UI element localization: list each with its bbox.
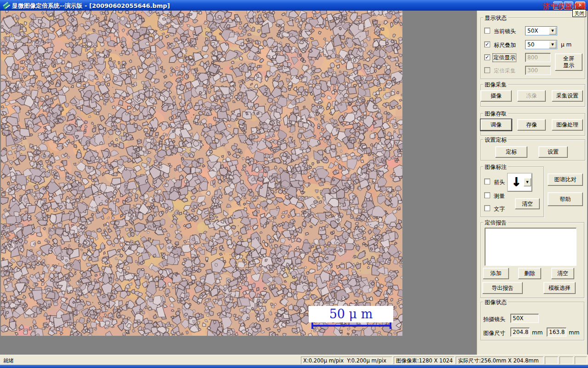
micrograph-image[interactable] [1,11,402,336]
status-extra-3 [575,356,587,364]
image-process-button[interactable]: 图像处理 [552,119,583,131]
capture-settings-button[interactable]: 采集设置 [552,90,583,102]
checkbox-measure[interactable] [484,192,490,198]
field-shoot-lens: 50X [510,314,539,323]
report-clear-button[interactable]: 清空 [551,268,574,279]
field-image-height: 163.8 [547,328,566,337]
label-scale-overlay: 标尺叠加 [494,41,516,49]
group-display-status-title: 显示状态 [483,14,508,22]
status-resolution: X:0.200μ m/pix Y:0.200μ m/pix [301,356,392,364]
window-bottom-border [0,365,588,368]
load-image-button[interactable]: 调像 [481,119,512,131]
fullscreen-button[interactable]: 全屏显示 [555,53,582,71]
shoot-button[interactable]: 摄像 [481,90,512,102]
label-width-unit: mm [532,329,543,336]
chevron-down-icon[interactable]: ▼ [524,178,531,186]
template-select-button[interactable]: 模板选择 [543,282,576,294]
checkbox-fixed-capture [484,67,490,73]
save-image-button[interactable]: 存像 [517,119,546,131]
label-arrow: 箭头 [494,178,505,186]
scale-bar-label: 50 μ m [309,306,393,322]
freeze-button: 冻像 [517,90,546,102]
checkbox-fixed-display[interactable]: ✓ [484,54,490,60]
group-image-status-title: 图像状态 [483,299,508,306]
status-actual-size: 实际尺寸:256.0mm X 204.8mm [456,356,543,364]
status-pixels: 图像像素:1280 X 1024 [394,356,454,364]
report-listbox[interactable] [485,228,577,266]
title-bar[interactable]: 显微图像定倍系统--演示版 - [20090602055646.bmp] _ ❐… [0,0,588,11]
input-fixed-capture: 300 [525,66,551,75]
group-image-capture-title: 图像采集 [483,81,508,89]
check-icon: ✓ [485,54,489,60]
chevron-down-icon[interactable]: ▼ [549,41,556,48]
status-ready: 就绪 [1,356,299,364]
field-image-width: 204.8 [510,328,530,337]
report-add-button[interactable]: 添加 [483,268,509,279]
status-extra-1 [545,356,558,364]
group-annotation-title: 图像标注 [483,163,508,171]
window-title: 显微图像定倍系统--演示版 - [20090602055646.bmp] [12,2,170,10]
label-height-unit: mm [569,329,579,336]
label-measure: 测量 [494,192,505,200]
combo-scale-value[interactable]: 50 ▼ [525,40,557,49]
report-delete-button[interactable]: 删除 [518,268,541,279]
label-image-size: 图像尺寸 [483,329,505,337]
label-fixed-capture: 定倍采集 [494,67,516,75]
status-extra-2 [560,356,573,364]
group-report-title: 定倍报告 [483,219,508,227]
scale-bar-box: 50 μ m [309,306,393,322]
app-icon [2,1,10,9]
label-shoot-lens: 拍摄镜头 [483,316,505,323]
checkbox-scale-overlay[interactable]: ✓ [484,41,490,47]
check-icon: ✓ [485,41,489,47]
chevron-down-icon[interactable]: ▼ [549,27,556,34]
checkbox-current-lens[interactable] [484,28,490,34]
label-current-lens: 当前镜头 [494,28,516,35]
checkbox-arrow[interactable] [484,178,490,184]
export-report-button[interactable]: 导出报告 [482,282,523,294]
group-image-storage-title: 图像存取 [483,110,508,118]
close-tooltip: 关闭 [572,9,586,17]
input-fixed-display: 800 [525,53,551,62]
checkbox-text[interactable] [484,205,490,211]
arrow-down-icon: ↓ [511,175,521,189]
atlas-compare-button[interactable]: 图谱比对 [548,173,583,186]
label-text: 文字 [494,205,505,213]
label-fixed-display[interactable]: 定倍显示 [492,53,516,62]
help-button[interactable]: 帮助 [548,192,583,206]
group-calibration-title: 设置定标 [483,136,508,144]
arrow-style-combo[interactable]: ↓ ▼ [508,173,532,191]
status-bar: 就绪 X:0.200μ m/pix Y:0.200μ m/pix 图像像素:12… [0,355,588,365]
settings-button[interactable]: 设置 [538,146,568,158]
scale-bar-line [311,322,392,329]
calibrate-button[interactable]: 定标 [495,146,527,158]
combo-current-lens[interactable]: 50X ▼ [525,26,557,35]
label-scale-unit: μ m [561,41,571,48]
clear-annotation-button[interactable]: 清空 [515,198,540,209]
